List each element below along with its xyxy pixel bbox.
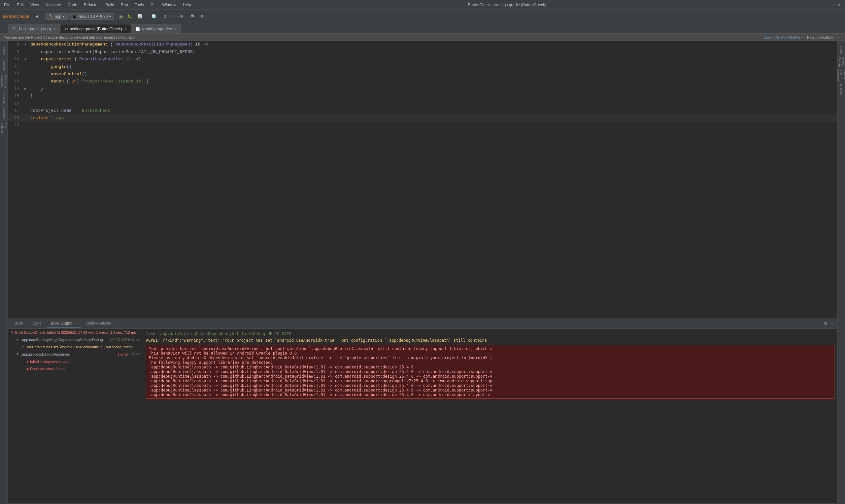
bottom-tab-build-output-close[interactable]: ✕ <box>74 321 77 325</box>
code-editor[interactable]: 8 ▼ dependencyResolutionManagement { Dep… <box>8 41 837 318</box>
bottom-tab-build-label: Build <box>15 321 23 326</box>
menu-code[interactable]: Code <box>66 2 78 8</box>
bottom-panel: Build Sync Build Output ✕ Build Analyzer… <box>8 318 837 503</box>
build-warning-androidx[interactable]: ⚠ Your project has set `android.useAndro… <box>8 343 143 350</box>
close-button[interactable]: ✕ <box>837 2 842 8</box>
error-duplicate-label: Duplicate class found <box>30 366 65 372</box>
bottom-tab-sync[interactable]: Sync <box>29 319 46 328</box>
menu-refactor[interactable]: Refactor <box>83 2 100 8</box>
window-title: ButtonCheck - settings.gradle (ButtonChe… <box>192 3 822 7</box>
code-line-12: 12 mavenCentral() <box>8 71 837 78</box>
run-config-icon: 🔨 <box>49 14 53 19</box>
fold-icon-8[interactable]: ▼ <box>24 41 29 49</box>
menu-tools[interactable]: Tools <box>133 2 145 8</box>
menu-git[interactable]: Git <box>149 2 157 8</box>
build-header-label: Build ButtonCheck: failed At 2022/8/31 1… <box>15 330 136 335</box>
menu-file[interactable]: File <box>3 2 12 8</box>
sidebar-device-file-explorer[interactable]: Device File Explorer <box>838 70 845 83</box>
code-line-9: 9 repositoriesMode.set(RepositoriesMode.… <box>8 49 837 56</box>
run-config-selector[interactable]: 🔨 app ▾ <box>46 13 68 20</box>
menu-run[interactable]: Run <box>120 2 129 8</box>
device-dropdown-icon: ▾ <box>109 14 111 19</box>
git-up-icon: ↑ <box>177 15 179 18</box>
build-task-databinding[interactable]: ▼ :app:dataBindingMergeDependencyArtifac… <box>8 336 143 343</box>
sidebar-commit[interactable]: Commit <box>1 59 7 73</box>
menu-help[interactable]: Help <box>181 2 192 8</box>
build-error-duplicate[interactable]: ● Duplicate class found <box>8 365 143 372</box>
sidebar-device-manager[interactable]: Device Manager <box>838 57 845 70</box>
back-button[interactable]: ◀ <box>33 12 40 21</box>
window-controls[interactable]: ─ □ ✕ <box>822 2 842 8</box>
output-error-line: :app:debugRuntimeClasspath -> com.github… <box>149 379 831 383</box>
line-number-16: 16 <box>8 100 24 107</box>
tab-gradle-properties[interactable]: 📄 gradle.properties ✕ <box>131 24 181 33</box>
editor-tab-bar: 🔨 build.gradle (:app) ✕ ⚙ settings.gradl… <box>0 23 845 34</box>
run-button[interactable]: ▶ <box>120 13 124 20</box>
tab-gradle-properties-icon: 📄 <box>135 27 140 31</box>
line-number-10: 10 <box>8 56 24 63</box>
debug-button[interactable]: 🐛 <box>125 12 134 21</box>
bottom-tab-build[interactable]: Build <box>11 319 28 328</box>
code-line-19: 19 <box>8 122 837 129</box>
fold-icon-10[interactable]: ▼ <box>24 56 29 63</box>
output-error-block: Your project has set `android.useAndroid… <box>146 345 834 399</box>
line-number-18: 18 <box>8 114 24 122</box>
tab-build-gradle-close[interactable]: ✕ <box>53 27 56 31</box>
notification-text: You can use the Project Structure dialog… <box>4 35 137 39</box>
search-button[interactable]: 🔍 <box>189 12 197 21</box>
expand-icon-2[interactable]: ▼ <box>16 352 19 357</box>
sidebar-build-variants[interactable]: Build Variants <box>1 123 7 136</box>
tab-settings-gradle-icon: ⚙ <box>64 27 68 31</box>
bottom-tab-build-analyzer[interactable]: Build Analyzer ✕ <box>82 319 120 328</box>
settings-icon[interactable]: ⚙ <box>823 320 828 327</box>
status-bar: ⎇ Git TODO ⚠ Problems ⬛ Terminal 📋 Logca… <box>0 503 845 504</box>
git-check2-icon: ✓ <box>174 14 177 18</box>
build-error-linking[interactable]: ● failed linking references. <box>8 358 143 365</box>
sync-button[interactable]: 🔄 <box>149 12 158 21</box>
menu-navigate[interactable]: Navigate <box>44 2 63 8</box>
bottom-tab-build-analyzer-close[interactable]: ✕ <box>113 321 116 325</box>
settings-button[interactable]: ⚙ <box>199 12 206 21</box>
separator-2 <box>117 13 117 20</box>
line-content-8: dependencyResolutionManagement { Depende… <box>29 41 837 48</box>
build-header-item[interactable]: ✕ Build ButtonCheck: failed At 2022/8/31… <box>8 329 143 336</box>
device-selector[interactable]: 📱 Nexus 10 API 30 ▾ <box>69 13 114 20</box>
notification-dismiss[interactable]: Hide notification <box>807 35 833 39</box>
tab-build-gradle[interactable]: 🔨 build.gradle (:app) ✕ <box>8 24 60 33</box>
task-databinding-time: 61 ms <box>131 337 140 342</box>
menu-bar[interactable]: File Edit View Navigate Code Refactor Bu… <box>3 2 192 8</box>
run-config-label: app <box>55 14 61 19</box>
minimize-panel-icon[interactable]: ─ <box>830 320 834 327</box>
bottom-tab-build-output-label: Build Output <box>51 321 72 326</box>
separator-5 <box>186 13 186 20</box>
task-process-label: :app:processDebugResources <box>21 352 116 357</box>
profile-button[interactable]: 📊 <box>135 12 144 21</box>
minimize-button[interactable]: ─ <box>822 2 828 8</box>
sidebar-gradle[interactable]: Gradle <box>838 43 845 57</box>
editor-area: 8 ▼ dependencyResolutionManagement { Dep… <box>8 41 837 503</box>
maximize-button[interactable]: □ <box>829 2 835 8</box>
build-task-process-resources[interactable]: ▼ :app:processDebugResources 1 error 835… <box>8 350 143 358</box>
sidebar-favorites[interactable]: Favorites <box>1 107 7 120</box>
expand-icon[interactable]: ▼ <box>16 337 19 342</box>
notification-action[interactable]: Open (Ctrl+Alt+Shift+S) <box>763 35 802 39</box>
output-error-line: This behavior will not be allowed in And… <box>149 351 831 356</box>
fold-icon-14[interactable]: ▶ <box>24 86 29 93</box>
code-line-8: 8 ▼ dependencyResolutionManagement { Dep… <box>8 41 837 49</box>
sidebar-project[interactable]: Project <box>1 43 7 57</box>
right-sidebar: Gradle Device Manager Device File Explor… <box>837 41 845 503</box>
tab-settings-gradle[interactable]: ⚙ settings.gradle (ButtonCheck) ✕ <box>60 24 131 33</box>
tab-gradle-properties-close[interactable]: ✕ <box>174 27 177 31</box>
menu-edit[interactable]: Edit <box>16 2 25 8</box>
menu-view[interactable]: View <box>29 2 40 8</box>
tab-settings-gradle-close[interactable]: ✕ <box>124 27 127 31</box>
code-line-13: 13 maven { url "https://www.jitpack.io" … <box>8 78 837 85</box>
sidebar-resource-manager[interactable]: Resource Manager <box>1 75 7 88</box>
main-toolbar: ButtonCheck ◀ 🔨 app ▾ 📱 Nexus 10 API 30 … <box>0 10 845 23</box>
bottom-tab-build-output[interactable]: Build Output ✕ <box>47 319 81 328</box>
menu-build[interactable]: Build <box>104 2 116 8</box>
separator-1 <box>42 13 43 20</box>
menu-window[interactable]: Window <box>161 2 178 8</box>
sidebar-emulator[interactable]: Emulator <box>838 83 845 96</box>
sidebar-structure[interactable]: Structure <box>1 91 7 104</box>
